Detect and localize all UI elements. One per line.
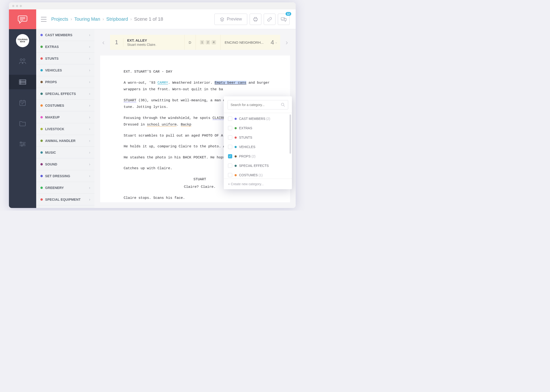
scene-heading: EXT. ALLEY <box>127 38 181 42</box>
sidebar-category-item[interactable]: MAKEUP › <box>36 111 94 123</box>
chevron-right-icon: › <box>89 68 90 72</box>
app-window: Projects › Touring Man › Stripboard › Sc… <box>9 2 296 208</box>
chevron-down-icon[interactable]: ⌄ <box>275 41 277 44</box>
category-color-dot <box>40 128 43 130</box>
tag-costume[interactable]: Backp <box>181 123 191 127</box>
category-label: EXTRAS <box>45 45 87 49</box>
window-zoom-icon[interactable] <box>20 5 22 7</box>
checkbox[interactable] <box>228 126 232 130</box>
sidebar-category-item[interactable]: SPECIAL EFFECTS › <box>36 88 94 100</box>
category-color-dot <box>40 93 43 95</box>
category-picker-item[interactable]: EXTRAS <box>224 123 292 133</box>
next-scene-button[interactable]: › <box>283 37 290 48</box>
search-input[interactable] <box>231 103 281 107</box>
sidebar-category-item[interactable]: ANIMAL HANDLER › <box>36 135 94 147</box>
sidebar-category-item[interactable]: LIVESTOCK › <box>36 123 94 135</box>
link-button[interactable] <box>264 14 275 25</box>
sidebar-category-item[interactable]: EXTRAS › <box>36 41 94 53</box>
create-category-button[interactable]: + Create new category... <box>224 179 292 189</box>
window-close-icon[interactable] <box>12 5 14 7</box>
category-picker-item[interactable]: CAST MEMBERS (2) <box>224 114 292 123</box>
category-picker-item[interactable]: STUNTS <box>224 133 292 142</box>
category-label: VEHICLES <box>45 68 87 72</box>
sidebar-category-item[interactable]: CAST MEMBERS › <box>36 29 94 41</box>
comments-button[interactable]: 12 <box>278 14 289 25</box>
svg-rect-1 <box>19 81 26 83</box>
sidebar-category-item[interactable]: GREENERY › <box>36 182 94 194</box>
print-button[interactable] <box>250 14 261 25</box>
scene-info: EXT. ALLEY Stuart meets Claire. <box>123 38 184 47</box>
category-label: ANIMAL HANDLER <box>45 139 87 143</box>
category-label: STUNTS <box>45 57 87 60</box>
rail-project-avatar[interactable]: TOURING MAN <box>9 33 36 48</box>
sidebar-category-item[interactable]: SPECIAL EQUIPMENT › <box>36 194 94 205</box>
category-color-dot <box>40 163 43 165</box>
chevron-right-icon: › <box>89 197 90 202</box>
svg-point-12 <box>23 144 24 145</box>
svg-point-11 <box>21 142 22 143</box>
checkbox[interactable] <box>228 145 232 149</box>
sidebar-category-item[interactable]: VEHICLES › <box>36 64 94 76</box>
category-label: COSTUMES (1) <box>239 173 262 177</box>
sidebar-category-item[interactable]: PROPS › <box>36 76 94 88</box>
cast-id-chip: 1 <box>200 40 204 44</box>
layers-icon <box>220 17 225 22</box>
prev-scene-button[interactable]: ‹ <box>100 37 107 48</box>
checkbox[interactable] <box>228 135 232 140</box>
scene-strip[interactable]: 1 EXT. ALLEY Stuart meets Claire. D 124 … <box>110 35 280 50</box>
tag-vehicle[interactable]: CAMRY <box>157 81 168 85</box>
rail-cast[interactable] <box>9 54 36 69</box>
chevron-right-icon: › <box>89 103 90 108</box>
crumb-section[interactable]: Stripboard <box>106 16 128 22</box>
scrollbar-thumb[interactable] <box>289 114 291 154</box>
rail-settings[interactable] <box>9 137 36 151</box>
sidebar-category-item[interactable]: SOUND › <box>36 158 94 170</box>
nav-rail: TOURING MAN <box>9 29 36 208</box>
app-logo[interactable] <box>9 9 36 29</box>
category-picker-item[interactable]: COSTUMES (1) <box>224 170 292 179</box>
category-color-dot <box>40 140 43 142</box>
tag-props-highlighted[interactable]: Empty beer cans <box>215 81 246 85</box>
category-label: PROPS (2) <box>239 154 255 158</box>
category-label: MAKEUP <box>45 115 87 119</box>
rail-files[interactable] <box>9 116 36 131</box>
rail-breakdown[interactable] <box>9 75 36 89</box>
category-search[interactable] <box>227 100 288 110</box>
crumb-projects[interactable]: Projects <box>51 16 68 22</box>
category-color-dot <box>235 146 237 148</box>
tag-cast[interactable]: STUART <box>124 98 136 102</box>
crumb-project[interactable]: Touring Man <box>74 16 100 22</box>
chevron-right-icon: › <box>89 92 90 96</box>
category-label: SPECIAL EFFECTS <box>45 92 87 96</box>
tag-cast[interactable]: CLAIRE <box>212 116 225 120</box>
category-picker-item[interactable]: SPECIAL EFFECTS <box>224 161 292 170</box>
category-label: SPECIAL EFFECTS <box>239 164 269 168</box>
scene-location: ENCINO NEIGHBORH... <box>220 35 268 50</box>
checkbox[interactable] <box>228 164 232 168</box>
sidebar-category-item[interactable]: STUNTS › <box>36 53 94 64</box>
checkbox[interactable] <box>228 173 232 177</box>
speech-bubble-icon <box>18 15 28 24</box>
category-color-dot <box>40 198 43 201</box>
chevron-right-icon: › <box>130 17 132 22</box>
checkbox[interactable]: ✓ <box>228 154 232 158</box>
sidebar-category-item[interactable]: MUSIC › <box>36 147 94 158</box>
window-minimize-icon[interactable] <box>16 5 18 7</box>
category-color-dot <box>40 46 43 48</box>
tag-costume[interactable]: school uniform <box>147 123 176 127</box>
category-picker-popup: CAST MEMBERS (2) EXTRAS STUNTS VEHICLES … <box>224 96 292 189</box>
category-color-dot <box>40 116 43 119</box>
preview-button[interactable]: Preview <box>214 14 247 25</box>
rail-schedule[interactable] <box>9 95 36 110</box>
checkbox[interactable] <box>228 117 232 121</box>
menu-icon[interactable] <box>41 17 47 22</box>
sidebar-category-item[interactable]: SET DRESSING › <box>36 170 94 182</box>
category-picker-item[interactable]: ✓ PROPS (2) <box>224 152 292 161</box>
category-picker-item[interactable]: VEHICLES <box>224 142 292 152</box>
scene-number: 1 <box>110 39 123 46</box>
category-color-dot <box>235 118 237 120</box>
sidebar-category-item[interactable]: COSTUMES › <box>36 100 94 111</box>
category-picker-list[interactable]: CAST MEMBERS (2) EXTRAS STUNTS VEHICLES … <box>224 113 292 179</box>
scene-page-count: 4 ⌄ <box>268 39 280 46</box>
list-rows-icon <box>19 79 26 85</box>
